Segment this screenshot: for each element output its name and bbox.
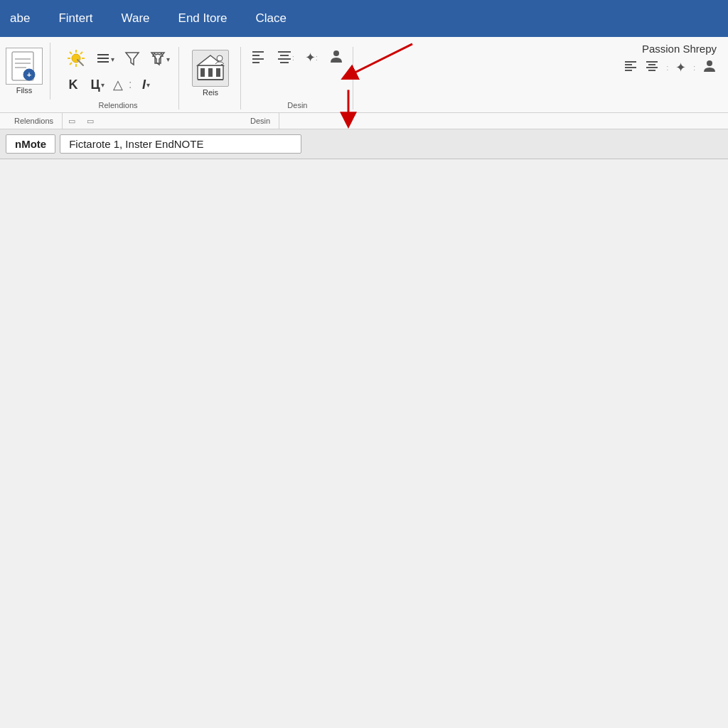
svg-rect-24 [216,68,220,77]
filter1-icon [124,50,140,68]
n-dropdown-arrow: ▾ [101,81,105,89]
ribbon-row-2: K Ц ▾ △ : I ▾ [63,75,156,95]
list-icon [96,51,110,68]
person-btn[interactable] [326,47,347,68]
user-person-icon[interactable] [702,59,717,76]
sep-1: △ [112,77,124,92]
svg-point-36 [333,50,339,56]
user-icons-row: : ✦ : [623,59,717,76]
collapse-btn-1[interactable]: ▭ [63,117,81,126]
svg-text:+: + [27,70,31,79]
user-align-icon-2[interactable] [645,59,659,76]
app-window: abe Fintert Ware End Itore Clace + [0,0,728,728]
sparkle-icon: ✦ [305,50,316,65]
user-name: Passion Shrepy [642,43,717,55]
align-left-icon [251,48,267,67]
svg-point-27 [217,55,223,61]
doc-icon-group: + Filss [6,43,50,100]
person-icon [328,48,344,67]
sun-btn[interactable] [63,47,89,72]
ribbon-group-labels: Relendions ▭ ▭ Desin [0,112,728,129]
user-sparkle-icon[interactable]: ✦ [675,60,686,75]
svg-line-11 [70,52,72,54]
filter2-dropdown-arrow: ▾ [166,55,170,63]
toolbar: nMote [0,129,728,159]
user-area: Passion Shrepy [623,43,717,76]
filter2-icon [150,50,166,68]
group-section-desin: : ✦ : [242,47,353,109]
n-btn[interactable]: Ц ▾ [87,75,107,95]
collapse-btn-2[interactable]: ▭ [81,117,100,126]
list-btn[interactable]: ▾ [93,50,117,70]
group-label-desin: Desin [242,113,279,129]
ribbon: + Filss [0,37,728,129]
svg-line-13 [80,52,82,54]
doc-icon-label: Filss [16,86,33,95]
menu-item-fintert[interactable]: Fintert [54,9,97,28]
i-btn[interactable]: I ▾ [136,75,156,95]
relendions-label: Relendions [63,98,173,109]
svg-rect-23 [208,68,213,77]
menu-bar: abe Fintert Ware End Itore Clace [0,0,728,37]
endnote-btn[interactable]: nMote [6,134,55,154]
endnote-input[interactable] [60,134,301,154]
menu-item-end-itore[interactable]: End Itore [174,9,232,28]
sep-colon-user-2: : [693,64,695,72]
sep-colon-user: : [666,64,668,72]
group-label-relendions: Relendions [6,113,63,129]
sep-colon-1: : [129,78,132,91]
align-center-icon [277,48,292,67]
i-dropdown-arrow: ▾ [146,81,150,89]
sep-colon-3: : [316,54,318,62]
k-btn[interactable]: K [63,75,83,95]
reis-main-btn[interactable] [192,50,229,87]
svg-line-14 [70,63,72,65]
user-align-icon-1[interactable] [623,59,638,76]
ribbon-center: ▾ [58,43,722,109]
group-section-format: ▾ [58,47,179,109]
svg-line-15 [77,60,83,65]
n-icon: Ц [90,77,100,92]
document-area [0,159,728,728]
document-icon[interactable]: + [6,48,43,85]
align-left-btn[interactable] [248,47,269,68]
list-dropdown-arrow: ▾ [111,55,114,63]
group-section-reis: Reis [181,47,241,109]
filter1-btn[interactable] [122,49,143,70]
desin-label: Desin [248,98,347,109]
sep-colon-2: : [292,54,294,62]
institution-icon [195,53,226,84]
filter2-btn[interactable]: ▾ [147,49,173,70]
align-center-btn[interactable]: : [274,47,297,68]
ribbon-top: + Filss [0,40,728,112]
sun-icon [66,48,86,70]
menu-item-clace[interactable]: Clace [252,9,291,28]
ribbon-row-desin-1: : ✦ : [248,47,347,68]
menu-item-abe[interactable]: abe [6,9,34,28]
ribbon-row-1: ▾ [63,47,173,72]
k-icon: K [69,77,78,92]
svg-marker-19 [126,53,139,65]
reis-label: Reis [203,88,218,97]
svg-rect-22 [200,68,205,77]
sparkle-btn[interactable]: ✦ : [301,48,321,68]
menu-item-ware[interactable]: Ware [117,9,154,28]
i-icon: I [142,77,146,92]
svg-point-45 [707,60,712,66]
